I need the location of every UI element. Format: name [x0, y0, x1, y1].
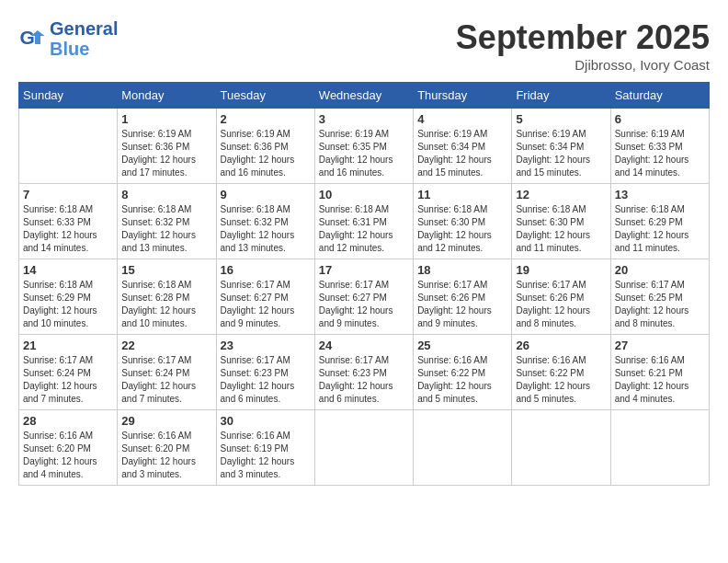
- day-info: Sunrise: 6:18 AM Sunset: 6:30 PM Dayligh…: [516, 203, 606, 255]
- calendar-cell: 20Sunrise: 6:17 AM Sunset: 6:25 PM Dayli…: [610, 259, 709, 335]
- day-info: Sunrise: 6:19 AM Sunset: 6:36 PM Dayligh…: [121, 128, 211, 179]
- calendar-cell: 30Sunrise: 6:16 AM Sunset: 6:19 PM Dayli…: [216, 410, 314, 486]
- title-block: September 2025 Djibrosso, Ivory Coast: [456, 18, 710, 73]
- logo-icon: G: [18, 25, 46, 52]
- page-header: G General Blue September 2025 Djibrosso,…: [18, 18, 710, 73]
- day-number: 8: [121, 188, 211, 201]
- day-number: 22: [121, 339, 211, 352]
- calendar-table: SundayMondayTuesdayWednesdayThursdayFrid…: [18, 82, 710, 486]
- calendar-cell: [414, 410, 512, 486]
- day-number: 7: [23, 188, 113, 201]
- day-number: 3: [319, 112, 409, 126]
- day-number: 20: [615, 263, 705, 277]
- calendar-cell: 2Sunrise: 6:19 AM Sunset: 6:36 PM Daylig…: [216, 109, 314, 184]
- day-info: Sunrise: 6:17 AM Sunset: 6:24 PM Dayligh…: [121, 354, 211, 406]
- day-info: Sunrise: 6:16 AM Sunset: 6:21 PM Dayligh…: [615, 354, 705, 406]
- day-info: Sunrise: 6:17 AM Sunset: 6:23 PM Dayligh…: [221, 354, 311, 406]
- calendar-cell: 9Sunrise: 6:18 AM Sunset: 6:32 PM Daylig…: [216, 184, 314, 259]
- day-number: 1: [121, 112, 211, 126]
- weekday-header-friday: Friday: [512, 83, 610, 109]
- day-number: 19: [516, 263, 606, 277]
- day-info: Sunrise: 6:18 AM Sunset: 6:31 PM Dayligh…: [319, 203, 409, 255]
- day-info: Sunrise: 6:19 AM Sunset: 6:34 PM Dayligh…: [516, 128, 606, 179]
- day-info: Sunrise: 6:18 AM Sunset: 6:28 PM Dayligh…: [121, 279, 211, 330]
- week-row-5: 28Sunrise: 6:16 AM Sunset: 6:20 PM Dayli…: [19, 410, 710, 486]
- weekday-header-row: SundayMondayTuesdayWednesdayThursdayFrid…: [19, 83, 710, 109]
- calendar-cell: 24Sunrise: 6:17 AM Sunset: 6:23 PM Dayli…: [314, 335, 413, 410]
- calendar-cell: 13Sunrise: 6:18 AM Sunset: 6:29 PM Dayli…: [610, 184, 709, 259]
- day-info: Sunrise: 6:19 AM Sunset: 6:34 PM Dayligh…: [417, 128, 507, 179]
- day-info: Sunrise: 6:16 AM Sunset: 6:20 PM Dayligh…: [23, 430, 113, 481]
- calendar-cell: 1Sunrise: 6:19 AM Sunset: 6:36 PM Daylig…: [118, 109, 216, 184]
- day-number: 12: [516, 188, 606, 201]
- day-info: Sunrise: 6:17 AM Sunset: 6:26 PM Dayligh…: [417, 279, 507, 330]
- week-row-4: 21Sunrise: 6:17 AM Sunset: 6:24 PM Dayli…: [19, 335, 710, 410]
- day-number: 6: [615, 112, 705, 126]
- weekday-header-sunday: Sunday: [19, 83, 118, 109]
- day-number: 17: [319, 263, 409, 277]
- calendar-cell: 11Sunrise: 6:18 AM Sunset: 6:30 PM Dayli…: [414, 184, 512, 259]
- day-info: Sunrise: 6:16 AM Sunset: 6:22 PM Dayligh…: [516, 354, 606, 406]
- calendar-cell: [19, 109, 118, 184]
- calendar-cell: 26Sunrise: 6:16 AM Sunset: 6:22 PM Dayli…: [512, 335, 610, 410]
- day-info: Sunrise: 6:19 AM Sunset: 6:35 PM Dayligh…: [319, 128, 409, 179]
- calendar-cell: 16Sunrise: 6:17 AM Sunset: 6:27 PM Dayli…: [216, 259, 314, 335]
- day-number: 2: [221, 112, 311, 126]
- day-info: Sunrise: 6:18 AM Sunset: 6:32 PM Dayligh…: [121, 203, 211, 255]
- day-info: Sunrise: 6:16 AM Sunset: 6:22 PM Dayligh…: [417, 354, 507, 406]
- week-row-2: 7Sunrise: 6:18 AM Sunset: 6:33 PM Daylig…: [19, 184, 710, 259]
- calendar-cell: 27Sunrise: 6:16 AM Sunset: 6:21 PM Dayli…: [610, 335, 709, 410]
- weekday-header-tuesday: Tuesday: [216, 83, 314, 109]
- month-title: September 2025: [456, 18, 710, 57]
- day-number: 9: [221, 188, 311, 201]
- weekday-header-monday: Monday: [118, 83, 216, 109]
- calendar-cell: 28Sunrise: 6:16 AM Sunset: 6:20 PM Dayli…: [19, 410, 118, 486]
- day-number: 21: [23, 339, 113, 352]
- week-row-3: 14Sunrise: 6:18 AM Sunset: 6:29 PM Dayli…: [19, 259, 710, 335]
- calendar-cell: 17Sunrise: 6:17 AM Sunset: 6:27 PM Dayli…: [314, 259, 413, 335]
- calendar-cell: 21Sunrise: 6:17 AM Sunset: 6:24 PM Dayli…: [19, 335, 118, 410]
- day-info: Sunrise: 6:17 AM Sunset: 6:23 PM Dayligh…: [319, 354, 409, 406]
- day-number: 23: [221, 339, 311, 352]
- day-number: 30: [221, 414, 311, 428]
- day-info: Sunrise: 6:18 AM Sunset: 6:33 PM Dayligh…: [23, 203, 113, 255]
- week-row-1: 1Sunrise: 6:19 AM Sunset: 6:36 PM Daylig…: [19, 109, 710, 184]
- day-info: Sunrise: 6:19 AM Sunset: 6:33 PM Dayligh…: [615, 128, 705, 179]
- day-info: Sunrise: 6:16 AM Sunset: 6:19 PM Dayligh…: [221, 430, 311, 481]
- day-info: Sunrise: 6:18 AM Sunset: 6:32 PM Dayligh…: [221, 203, 311, 255]
- day-number: 26: [516, 339, 606, 352]
- calendar-cell: 4Sunrise: 6:19 AM Sunset: 6:34 PM Daylig…: [414, 109, 512, 184]
- day-number: 13: [615, 188, 705, 201]
- day-number: 27: [615, 339, 705, 352]
- day-number: 28: [23, 414, 113, 428]
- calendar-cell: 29Sunrise: 6:16 AM Sunset: 6:20 PM Dayli…: [118, 410, 216, 486]
- calendar-cell: 7Sunrise: 6:18 AM Sunset: 6:33 PM Daylig…: [19, 184, 118, 259]
- day-number: 14: [23, 263, 113, 277]
- day-number: 15: [121, 263, 211, 277]
- calendar-cell: 25Sunrise: 6:16 AM Sunset: 6:22 PM Dayli…: [414, 335, 512, 410]
- day-info: Sunrise: 6:17 AM Sunset: 6:25 PM Dayligh…: [615, 279, 705, 330]
- calendar-cell: [314, 410, 413, 486]
- logo-line1: General: [50, 18, 118, 39]
- calendar-cell: 18Sunrise: 6:17 AM Sunset: 6:26 PM Dayli…: [414, 259, 512, 335]
- calendar-cell: 3Sunrise: 6:19 AM Sunset: 6:35 PM Daylig…: [314, 109, 413, 184]
- calendar-cell: 10Sunrise: 6:18 AM Sunset: 6:31 PM Dayli…: [314, 184, 413, 259]
- logo-line2: Blue: [50, 39, 118, 59]
- calendar-cell: 15Sunrise: 6:18 AM Sunset: 6:28 PM Dayli…: [118, 259, 216, 335]
- calendar-cell: 19Sunrise: 6:17 AM Sunset: 6:26 PM Dayli…: [512, 259, 610, 335]
- svg-text:G: G: [20, 27, 35, 48]
- day-info: Sunrise: 6:19 AM Sunset: 6:36 PM Dayligh…: [221, 128, 311, 179]
- calendar-cell: 12Sunrise: 6:18 AM Sunset: 6:30 PM Dayli…: [512, 184, 610, 259]
- calendar-cell: 14Sunrise: 6:18 AM Sunset: 6:29 PM Dayli…: [19, 259, 118, 335]
- day-number: 4: [417, 112, 507, 126]
- day-number: 29: [121, 414, 211, 428]
- weekday-header-saturday: Saturday: [610, 83, 709, 109]
- day-number: 11: [417, 188, 507, 201]
- day-number: 25: [417, 339, 507, 352]
- location: Djibrosso, Ivory Coast: [456, 57, 710, 73]
- day-info: Sunrise: 6:16 AM Sunset: 6:20 PM Dayligh…: [121, 430, 211, 481]
- calendar-cell: 5Sunrise: 6:19 AM Sunset: 6:34 PM Daylig…: [512, 109, 610, 184]
- weekday-header-wednesday: Wednesday: [314, 83, 413, 109]
- day-number: 5: [516, 112, 606, 126]
- day-info: Sunrise: 6:18 AM Sunset: 6:29 PM Dayligh…: [23, 279, 113, 330]
